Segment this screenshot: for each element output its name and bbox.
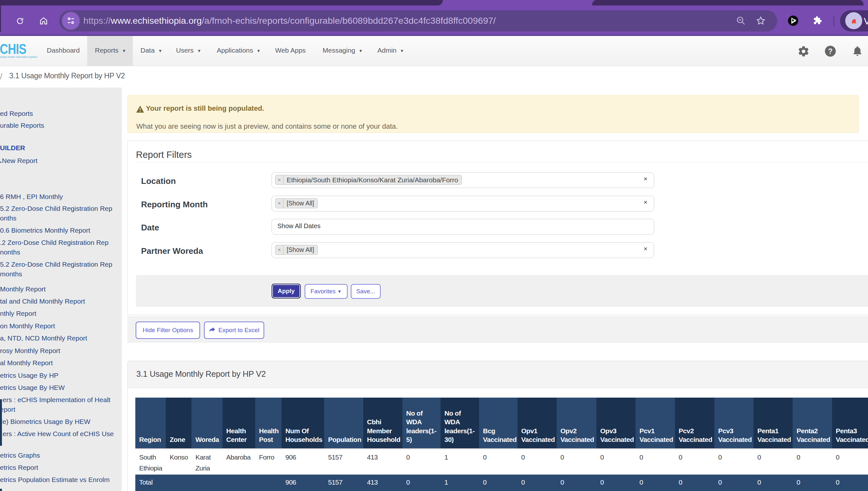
svg-text:?: ? — [828, 47, 832, 56]
